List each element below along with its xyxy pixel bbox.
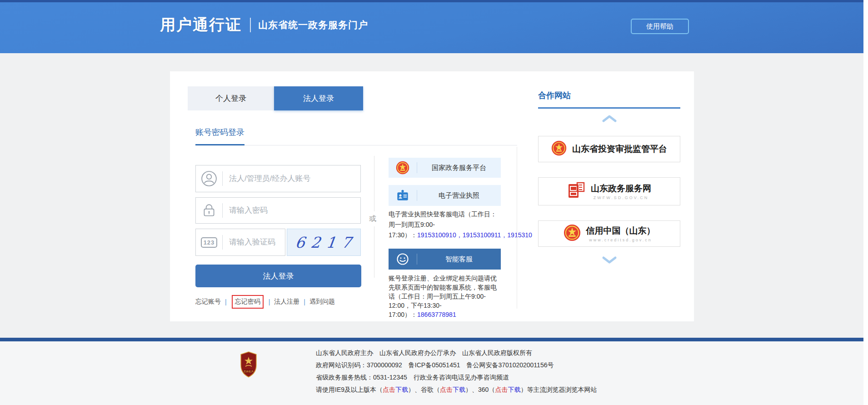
e-license-note: 电子营业执照快登客服电话（工作日： 周一到周五9:00- 17:30）：1915… <box>389 209 546 240</box>
national-emblem-icon <box>389 161 417 175</box>
scroll-up-chevron[interactable] <box>538 114 680 123</box>
e-license-phone-numbers[interactable]: 19153100910，19153100911，1915310 <box>417 231 532 239</box>
text-segment: ）、360（ <box>465 386 495 393</box>
text-segment: ）、谷歌（ <box>408 386 440 393</box>
government-shield-badge[interactable]: 党政机关 <box>240 351 257 378</box>
account-input[interactable] <box>223 165 360 192</box>
red-seal-icon <box>567 181 585 201</box>
text-segment: ）等主流浏览器浏览本网站 <box>520 386 597 393</box>
scrollbar-track[interactable] <box>863 0 868 405</box>
national-emblem-icon <box>551 140 567 158</box>
column-divider <box>517 147 517 309</box>
tab-account-password-login[interactable]: 账号密码登录 <box>195 127 244 138</box>
captcha-digits: 6217 <box>289 234 358 251</box>
captcha-input[interactable] <box>223 229 285 255</box>
numbers-icon: 123 <box>196 237 222 248</box>
legal-register-link[interactable]: 法人注册 <box>274 298 299 306</box>
password-input[interactable] <box>223 198 360 223</box>
link-separator: | <box>225 298 227 305</box>
download-link-chrome[interactable]: 点击 <box>440 386 453 393</box>
footer-line-1: 山东省人民政府主办 山东省人民政府办公厅承办 山东省人民政府版权所有 <box>316 349 532 357</box>
site-title: 用户通行证 <box>160 15 242 35</box>
robot-icon <box>389 252 417 266</box>
header: 用户通行证 山东省统一政务服务门户 使用帮助 <box>0 0 868 53</box>
forgot-password-link[interactable]: 忘记密码 <box>235 298 260 305</box>
download-link-ie[interactable]: 点击 <box>383 386 395 393</box>
download-link-360[interactable]: 点击 <box>495 386 508 393</box>
scroll-down-chevron[interactable] <box>538 255 680 265</box>
partners-title: 合作网站 <box>538 90 571 101</box>
partner-link-shandong-gov-service[interactable]: 山东政务服务网 ZWFW.SD.GOV.CN <box>538 177 680 205</box>
e-business-license-button[interactable]: 电子营业执照 <box>389 185 501 206</box>
footer-divider-bar <box>0 338 868 341</box>
national-emblem-icon <box>564 224 581 243</box>
service-phone-number[interactable]: 18663778981 <box>417 311 456 318</box>
site-subtitle: 山东省统一政务服务门户 <box>258 19 368 31</box>
footer-line-4: 请使用IE9及以上版本（点击下载）、谷歌（点击下载）、360（点击下载）等主流浏… <box>316 386 597 394</box>
footer-line-2: 政府网站识别码：3700000092 鲁ICP备05051451 鲁公网安备37… <box>316 361 554 370</box>
text-segment: 请使用IE9及以上版本（ <box>316 386 383 393</box>
partner-link-investment-platform[interactable]: 山东省投资审批监管平台 <box>538 136 680 162</box>
legal-login-button[interactable]: 法人登录 <box>195 265 361 287</box>
tab-personal-login[interactable]: 个人登录 <box>188 86 274 110</box>
badge-text: 党政机关 <box>244 370 254 373</box>
smart-service-button[interactable]: 智能客服 <box>389 249 501 270</box>
lock-icon <box>196 202 222 219</box>
help-button[interactable]: 使用帮助 <box>631 19 689 34</box>
link-separator: | <box>304 298 305 305</box>
footer-line-3: 省级政务服务热线：0531-12345 行政业务咨询电话见办事咨询频道 <box>316 374 509 382</box>
smart-service-note: 账号登录注册、企业绑定相关问题请优 先联系页面中的智能客服系统，客服电 话（工作… <box>389 274 521 319</box>
user-icon <box>196 170 222 187</box>
partners-underline <box>538 107 680 109</box>
title-divider <box>250 18 251 32</box>
login-card: 个人登录 法人登录 账号密码登录 <box>170 71 694 321</box>
forgot-password-highlight-box: 忘记密码 <box>232 295 264 309</box>
section-active-underline <box>195 144 244 145</box>
account-field-box <box>195 165 361 192</box>
forgot-account-link[interactable]: 忘记账号 <box>195 298 221 306</box>
password-field-box <box>195 197 361 224</box>
partner-url: ZWFW.SD.GOV.CN <box>594 195 649 200</box>
tab-legal-login[interactable]: 法人登录 <box>274 86 363 110</box>
captcha-image[interactable]: 6217 <box>287 229 361 256</box>
page: 用户通行证 山东省统一政务服务门户 使用帮助 个人登录 法人登录 账号密码登录 <box>0 0 868 405</box>
problem-link[interactable]: 遇到问题 <box>309 298 335 306</box>
login-links-row: 忘记账号 | 忘记密码 | 法人注册 | 遇到问题 <box>195 295 335 309</box>
partner-url: www.creditsd.gov.cn <box>589 238 652 242</box>
link-separator: | <box>269 298 270 305</box>
footer: 党政机关 山东省人民政府主办 山东省人民政府办公厅承办 山东省人民政府版权所有 … <box>0 341 868 405</box>
download-link-360[interactable]: 下载 <box>508 386 520 393</box>
or-label: 或 <box>369 211 376 226</box>
download-link-chrome[interactable]: 下载 <box>453 386 465 393</box>
header-top-strip <box>0 0 868 2</box>
national-service-platform-button[interactable]: 国家政务服务平台 <box>389 158 501 178</box>
partner-link-credit-china-shandong[interactable]: 信用中国（山东） www.creditsd.gov.cn <box>538 220 680 247</box>
license-badge-icon <box>389 189 417 202</box>
download-link-ie[interactable]: 下载 <box>395 386 408 393</box>
captcha-field-box: 123 <box>195 229 285 256</box>
header-title-wrap: 用户通行证 山东省统一政务服务门户 <box>160 15 368 35</box>
